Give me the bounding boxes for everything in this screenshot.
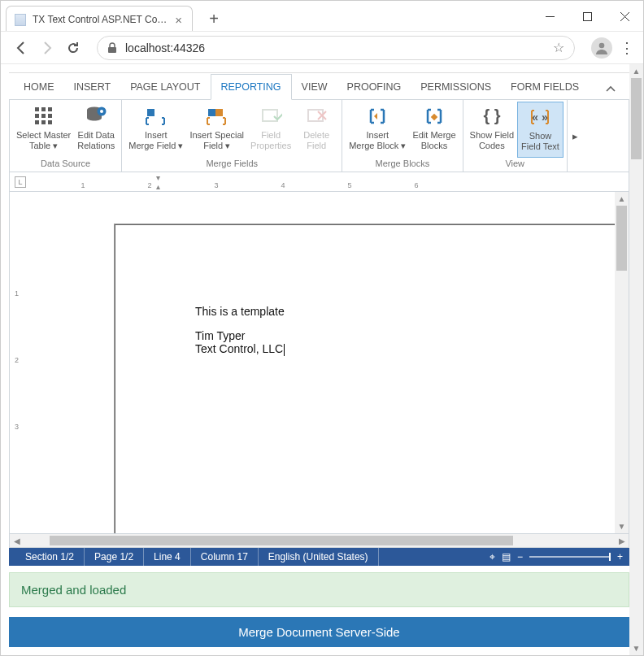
svg-point-17: [100, 110, 103, 113]
text-cursor: [284, 344, 285, 356]
svg-rect-13: [41, 120, 46, 124]
svg-rect-9: [35, 114, 39, 118]
editor-vscrollbar[interactable]: ▲ ▼: [615, 192, 629, 533]
minimize-button[interactable]: [531, 1, 568, 32]
bookmark-icon[interactable]: ☆: [553, 40, 564, 55]
vertical-ruler[interactable]: 1 2 3: [10, 192, 37, 533]
scroll-thumb[interactable]: [631, 78, 642, 159]
person-icon: [594, 41, 609, 55]
lock-icon: [107, 42, 117, 54]
scroll-right-icon[interactable]: ▶: [615, 534, 629, 547]
document-text[interactable]: This is a template Tim Typer Text Contro…: [195, 305, 285, 356]
ribbon-overflow-button[interactable]: ▸: [567, 100, 583, 172]
scroll-left-icon[interactable]: ◀: [10, 534, 24, 547]
status-column[interactable]: Column 17: [191, 548, 259, 566]
field-brackets-blue-icon: [145, 105, 168, 128]
ribbon-collapse-button[interactable]: [597, 78, 624, 99]
merge-document-button[interactable]: Merge Document Server-Side: [9, 617, 629, 647]
grid-icon: [33, 105, 55, 128]
scroll-thumb[interactable]: [50, 536, 513, 545]
tab-view[interactable]: VIEW: [292, 75, 337, 99]
tab-insert[interactable]: INSERT: [64, 75, 121, 99]
status-line[interactable]: Line 4: [144, 548, 191, 566]
zoom-in-button[interactable]: +: [617, 551, 623, 563]
database-gear-icon: [85, 105, 107, 128]
tab-reporting[interactable]: REPORTING: [211, 74, 292, 100]
status-bar: Section 1/2 Page 1/2 Line 4 Column 17 En…: [9, 548, 629, 566]
tab-permissions[interactable]: PERMISSIONS: [411, 75, 501, 99]
scroll-thumb[interactable]: [616, 206, 627, 271]
tab-close-icon[interactable]: ×: [175, 14, 182, 26]
reload-button[interactable]: [61, 36, 85, 60]
horizontal-ruler[interactable]: L ▾▴ 1 2 3 4 5 6: [9, 172, 629, 192]
scroll-up-icon[interactable]: ▲: [615, 192, 629, 206]
braces-icon: { }: [481, 105, 503, 128]
scroll-down-icon[interactable]: ▼: [629, 641, 643, 655]
tab-favicon: [15, 14, 26, 26]
arrow-right-icon: [40, 41, 54, 55]
text-line[interactable]: Tim Typer: [195, 329, 285, 342]
status-section[interactable]: Section 1/2: [15, 548, 85, 566]
tab-stop-selector[interactable]: L: [15, 176, 26, 188]
scroll-up-icon[interactable]: ▲: [629, 64, 643, 78]
group-data-source: Select Master Table ▾ Edit Data Relation…: [10, 100, 122, 172]
delete-field-button[interactable]: Delete Field: [294, 102, 338, 158]
page-canvas[interactable]: This is a template Tim Typer Text Contro…: [37, 192, 615, 533]
edit-merge-blocks-button[interactable]: Edit Merge Blocks: [409, 102, 459, 158]
insert-merge-block-button[interactable]: Insert Merge Block ▾: [346, 102, 409, 158]
maximize-icon: [583, 12, 592, 21]
svg-rect-18: [147, 109, 154, 116]
select-master-table-button[interactable]: Select Master Table ▾: [13, 102, 74, 158]
status-page[interactable]: Page 1/2: [85, 548, 144, 566]
browser-menu-button[interactable]: ⋮: [619, 39, 635, 57]
text-line[interactable]: Text Control, LLC: [195, 342, 285, 356]
maximize-button[interactable]: [568, 1, 606, 32]
field-properties-button[interactable]: Field Properties: [247, 102, 294, 158]
document-editor[interactable]: 1 2 3 This is a template Tim Typer Text …: [9, 192, 629, 534]
back-button[interactable]: [9, 36, 33, 60]
show-field-codes-button[interactable]: { } Show Field Codes: [467, 102, 517, 158]
scroll-down-icon[interactable]: ▼: [615, 519, 629, 533]
zoom-slider[interactable]: [529, 556, 611, 558]
page-content: HOME INSERT PAGE LAYOUT REPORTING VIEW P…: [1, 64, 643, 655]
focus-icon[interactable]: ⌖: [490, 551, 495, 563]
field-brackets-orange-icon: [206, 105, 228, 128]
block-edit-icon: [423, 105, 446, 128]
editor-hscrollbar[interactable]: ◀ ▶: [9, 534, 629, 548]
insert-merge-field-button[interactable]: Insert Merge Field ▾: [125, 102, 186, 158]
group-label: Merge Fields: [206, 158, 258, 170]
svg-rect-25: [431, 114, 437, 120]
svg-rect-7: [41, 107, 46, 111]
arrow-left-icon: [14, 41, 28, 55]
guillemets-icon: « »: [529, 106, 551, 128]
close-button[interactable]: [606, 1, 643, 32]
edit-data-relations-button[interactable]: Edit Data Relations: [74, 102, 118, 158]
document-page[interactable]: This is a template Tim Typer Text Contro…: [115, 224, 615, 533]
svg-rect-21: [263, 110, 277, 121]
tab-proofing[interactable]: PROOFING: [337, 75, 411, 99]
svg-rect-6: [35, 107, 39, 111]
browser-tab[interactable]: TX Text Control ASP.NET Core Ba ×: [6, 6, 193, 31]
window-controls: [531, 1, 643, 31]
address-bar[interactable]: localhost:44326 ☆: [97, 36, 575, 60]
svg-point-5: [599, 42, 605, 48]
minimize-icon: [546, 12, 555, 21]
status-language[interactable]: English (United States): [259, 548, 379, 566]
tab-home[interactable]: HOME: [14, 75, 64, 99]
profile-button[interactable]: [591, 37, 612, 59]
forward-button[interactable]: [35, 36, 59, 60]
show-field-text-button[interactable]: « » Show Field Text: [517, 102, 564, 158]
zoom-out-button[interactable]: −: [517, 551, 523, 563]
view-web-icon[interactable]: ▤: [502, 551, 511, 563]
field-delete-icon: [305, 105, 328, 128]
tab-page-layout[interactable]: PAGE LAYOUT: [120, 75, 210, 99]
browser-toolbar: localhost:44326 ☆ ⋮: [1, 32, 643, 64]
page-vscrollbar[interactable]: ▲ ▼: [629, 64, 643, 655]
text-line[interactable]: This is a template: [195, 305, 285, 318]
tab-form-fields[interactable]: FORM FIELDS: [501, 75, 589, 99]
new-tab-button[interactable]: +: [202, 7, 225, 30]
group-label: Data Source: [41, 158, 90, 170]
svg-rect-1: [583, 12, 591, 20]
svg-rect-11: [48, 114, 52, 118]
insert-special-field-button[interactable]: Insert Special Field ▾: [186, 102, 247, 158]
